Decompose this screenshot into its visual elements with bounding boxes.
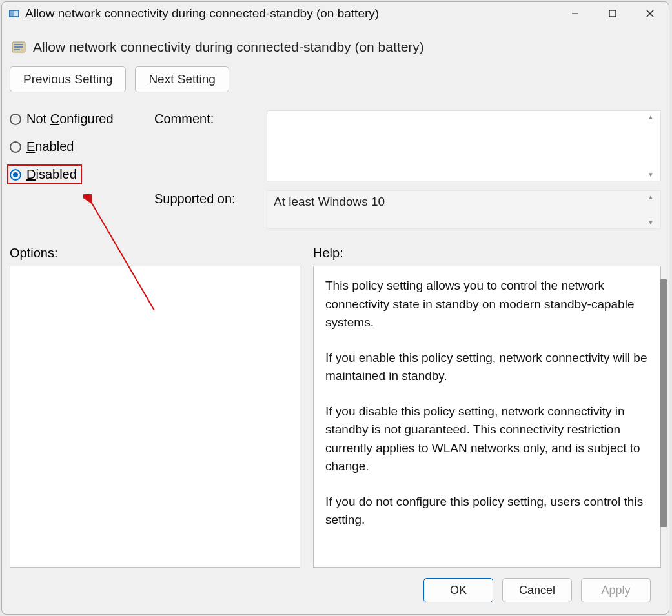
policy-title: Allow network connectivity during connec… <box>33 39 424 55</box>
titlebar: Allow network connectivity during connec… <box>2 2 669 25</box>
svg-rect-10 <box>14 49 20 50</box>
options-label: Options: <box>10 246 300 261</box>
radio-disabled[interactable]: Disabled <box>7 164 82 184</box>
help-box[interactable]: This policy setting allows you to contro… <box>313 266 661 568</box>
previous-setting-button[interactable]: Previous Setting <box>10 66 126 92</box>
state-radios: Not Configured Enabled Disabled <box>10 110 152 182</box>
lower-panels: Options: Help: This policy setting allow… <box>10 246 661 568</box>
minimize-button[interactable] <box>556 3 594 24</box>
policy-editor-window: Allow network connectivity during connec… <box>1 1 669 615</box>
svg-rect-4 <box>609 10 616 17</box>
content-area: Allow network connectivity during connec… <box>2 25 669 614</box>
help-label: Help: <box>313 246 661 261</box>
radio-label: Not Configured <box>26 112 114 126</box>
help-paragraph: If you enable this policy setting, netwo… <box>325 349 649 386</box>
supported-on-label: Supported on: <box>154 190 264 206</box>
policy-icon <box>11 39 26 55</box>
svg-rect-2 <box>10 11 14 16</box>
policy-header: Allow network connectivity during connec… <box>10 35 661 66</box>
svg-rect-8 <box>14 44 23 45</box>
svg-rect-9 <box>14 46 23 48</box>
ok-button[interactable]: OK <box>423 578 493 602</box>
radio-dot-icon <box>10 169 21 181</box>
close-button[interactable] <box>631 3 669 24</box>
dialog-footer: OK Cancel Apply <box>10 568 661 614</box>
radio-dot-icon <box>10 114 21 125</box>
comment-label: Comment: <box>154 110 264 126</box>
scroll-arrows-icon[interactable]: ▲▼ <box>647 194 657 226</box>
radio-label: Enabled <box>26 139 74 154</box>
comment-input[interactable]: ▲▼ <box>267 110 661 181</box>
nav-buttons: Previous Setting Next Setting <box>10 66 661 92</box>
help-paragraph: If you do not configure this policy sett… <box>325 493 649 530</box>
maximize-button[interactable] <box>594 3 631 24</box>
help-paragraph: This policy setting allows you to contro… <box>325 277 649 332</box>
apply-button[interactable]: Apply <box>581 578 651 602</box>
help-column: Help: This policy setting allows you to … <box>313 246 661 568</box>
supported-on-value: At least Windows 10 ▲▼ <box>267 190 661 229</box>
radio-enabled[interactable]: Enabled <box>10 139 152 154</box>
options-column: Options: <box>10 246 300 568</box>
settings-grid: Not Configured Enabled Disabled Comment:… <box>10 110 661 229</box>
window-title: Allow network connectivity during connec… <box>25 6 556 21</box>
options-box[interactable] <box>10 266 300 568</box>
radio-dot-icon <box>10 141 21 153</box>
next-setting-button[interactable]: Next Setting <box>135 66 229 92</box>
radio-label: Disabled <box>26 167 77 182</box>
scroll-arrows-icon[interactable]: ▲▼ <box>647 114 657 178</box>
scrollbar-thumb[interactable] <box>660 279 667 527</box>
radio-not-configured[interactable]: Not Configured <box>10 112 152 126</box>
policy-app-icon <box>8 8 20 19</box>
help-paragraph: If you disable this policy setting, netw… <box>325 402 649 476</box>
window-controls <box>556 3 669 24</box>
cancel-button[interactable]: Cancel <box>502 578 572 602</box>
